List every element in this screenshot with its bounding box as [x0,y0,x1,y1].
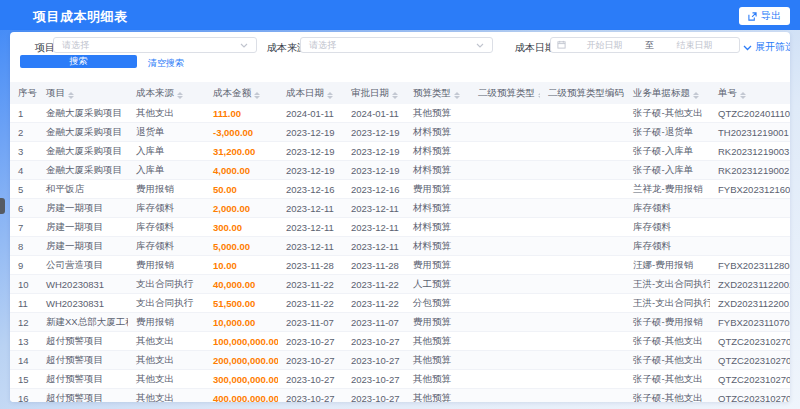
cell-budget-type: 其他预算 [405,351,470,370]
cell-sub-budget-type [470,351,540,370]
cell-cost-date: 2023-12-11 [278,199,343,218]
column-label: 审批日期 [351,87,389,98]
column-header-budget-type[interactable]: 预算类型 [405,82,470,104]
table-row[interactable]: 1金融大厦采购项目其他支出111.002024-01-112024-01-11其… [10,104,790,123]
cell-amount: 40,000.00 [205,275,278,294]
drawer-handle[interactable] [0,198,5,214]
cell-sub-budget-code [540,332,625,351]
cell-budget-type: 分包预算 [405,294,470,313]
cell-amount: 100,000,000.00 [205,332,278,351]
cell-cost-date: 2023-11-28 [278,256,343,275]
cell-budget-type: 材料预算 [405,237,470,256]
table-row[interactable]: 15超付预警项目其他支出300,000,000.002023-10-272023… [10,370,790,389]
cell-seq: 11 [10,294,38,313]
table-row[interactable]: 14超付预警项目其他支出200,000,000.002023-10-272023… [10,351,790,370]
cell-cost-date: 2023-12-11 [278,237,343,256]
expand-filters-label: 展开筛选 [755,40,790,54]
cell-approve-date: 2023-11-22 [343,275,405,294]
table-row[interactable]: 6房建一期项目库存领料2,000.002023-12-112023-12-11材… [10,199,790,218]
table-row[interactable]: 4金融大厦采购项目入库单4,000.002023-12-192023-12-19… [10,161,790,180]
column-label: 二级预算类型 [478,87,535,98]
cell-doc-no: ZXD20231122001 [710,294,790,313]
cell-budget-type: 其他预算 [405,104,470,123]
sort-icon[interactable] [538,92,540,99]
cell-doc-no: RK20231219003 [710,142,790,161]
table-row[interactable]: 11WH20230831支出合同执行51,500.002023-11-22202… [10,294,790,313]
column-label: 业务单据标题 [633,87,690,98]
search-button[interactable]: 搜索 [20,55,137,68]
cell-amount: 5,000.00 [205,237,278,256]
cell-seq: 2 [10,123,38,142]
cell-approve-date: 2023-11-28 [343,256,405,275]
cell-approve-date: 2023-12-11 [343,199,405,218]
cell-project: 金融大厦采购项目 [38,104,128,123]
cell-sub-budget-type [470,332,540,351]
cell-cost-source: 其他支出 [128,389,205,403]
start-date-input[interactable]: 开始日期 [566,39,643,52]
cell-approve-date: 2023-12-19 [343,123,405,142]
column-header-sub-budget-code[interactable]: 二级预算类型编码 [540,82,625,104]
cell-sub-budget-code [540,237,625,256]
column-label: 单号 [718,87,737,98]
cell-project: 房建一期项目 [38,199,128,218]
column-header-project[interactable]: 项目 [38,82,128,104]
end-date-input[interactable]: 结束日期 [656,39,733,52]
cell-amount: 300.00 [205,218,278,237]
sort-icon[interactable] [454,92,460,99]
cell-doc-title: 库存领料 [625,199,710,218]
column-header-approve-date[interactable]: 审批日期 [343,82,405,104]
cell-budget-type: 材料预算 [405,161,470,180]
cell-doc-no [710,218,790,237]
cell-approve-date: 2024-01-11 [343,104,405,123]
column-header-cost-source[interactable]: 成本来源 [128,82,205,104]
table-row[interactable]: 16超付预警项目其他支出400,000,000.002023-10-272023… [10,389,790,403]
sort-icon[interactable] [693,92,699,99]
cell-sub-budget-code [540,313,625,332]
cell-sub-budget-type [470,161,540,180]
cell-approve-date: 2023-12-11 [343,218,405,237]
cell-doc-no: FYBX20231216001 [710,180,790,199]
cell-doc-title: 汪娜-费用报销 [625,256,710,275]
sort-icon[interactable] [392,92,398,99]
sort-icon[interactable] [740,92,746,99]
table-row[interactable]: 13超付预警项目其他支出100,000,000.002023-10-272023… [10,332,790,351]
project-select-placeholder: 请选择 [62,39,89,52]
cell-budget-type: 人工预算 [405,275,470,294]
column-header-doc-title[interactable]: 业务单据标题 [625,82,710,104]
column-label: 项目 [46,87,65,98]
column-header-cost-date[interactable]: 成本日期 [278,82,343,104]
table-row[interactable]: 3金融大厦采购项目入库单31,200.002023-12-192023-12-1… [10,142,790,161]
expand-filters-link[interactable]: 展开筛选 [743,40,790,54]
export-button[interactable]: 导出 [739,7,790,25]
cell-sub-budget-type [470,199,540,218]
project-select[interactable]: 请选择 [53,37,257,53]
table-row[interactable]: 9公司营造项目费用报销10.002023-11-282023-11-28费用预算… [10,256,790,275]
sort-icon[interactable] [177,92,183,99]
cell-sub-budget-type [470,256,540,275]
column-header-seq: 序号 [10,82,38,104]
page-title: 项目成本明细表 [33,8,128,26]
table-row[interactable]: 2金融大厦采购项目退货单-3,000.002023-12-192023-12-1… [10,123,790,142]
cell-seq: 1 [10,104,38,123]
column-header-sub-budget-type[interactable]: 二级预算类型 [470,82,540,104]
sort-icon[interactable] [327,92,333,99]
cell-seq: 16 [10,389,38,403]
cell-amount: 4,000.00 [205,161,278,180]
cell-sub-budget-code [540,389,625,403]
sort-icon[interactable] [254,92,260,99]
cost-date-range-input[interactable]: 开始日期 至 结束日期 [550,37,740,53]
sort-icon[interactable] [68,92,74,99]
table-row[interactable]: 12新建XX总部大厦工程二期费用报销10,000.002023-11-07202… [10,313,790,332]
column-header-doc-no[interactable]: 单号 [710,82,790,104]
cell-seq: 5 [10,180,38,199]
table-row[interactable]: 10WH20230831支出合同执行40,000.002023-11-22202… [10,275,790,294]
cell-doc-no: QTZC20231027002 [710,351,790,370]
cell-cost-source: 支出合同执行 [128,275,205,294]
table-row[interactable]: 7房建一期项目库存领料300.002023-12-112023-12-11材料预… [10,218,790,237]
table-row[interactable]: 5和平饭店费用报销50.002023-12-162023-12-16费用预算兰祥… [10,180,790,199]
column-header-amount[interactable]: 成本金额 [205,82,278,104]
cost-source-select[interactable]: 请选择 [300,37,493,53]
clear-search-button[interactable]: 清空搜索 [148,57,184,70]
table-row[interactable]: 8房建一期项目库存领料5,000.002023-12-112023-12-11材… [10,237,790,256]
cost-table: 序号项目成本来源成本金额成本日期审批日期预算类型二级预算类型二级预算类型编码业务… [10,82,790,402]
